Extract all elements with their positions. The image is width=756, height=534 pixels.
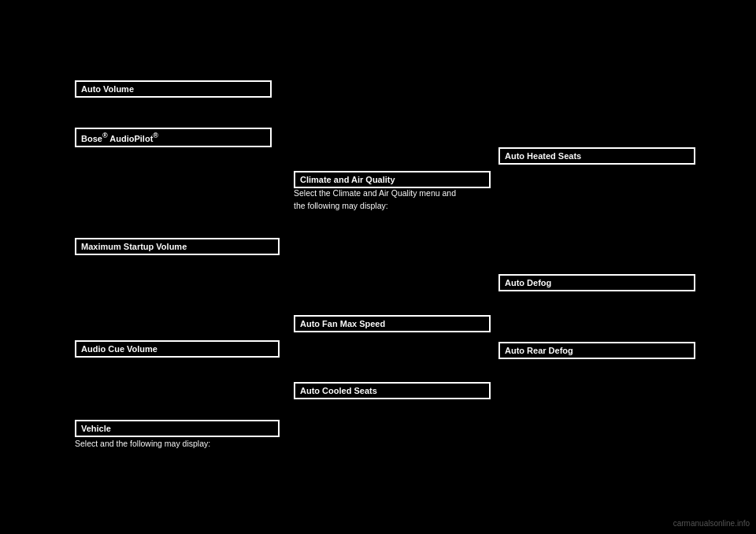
climate-air-quality-label: Climate and Air Quality <box>294 171 491 188</box>
auto-rear-defog-label: Auto Rear Defog <box>498 342 695 359</box>
auto-defog-label: Auto Defog <box>498 274 695 291</box>
auto-cooled-seats-label: Auto Cooled Seats <box>294 382 491 399</box>
vehicle-desc-text: Select and the following may display: <box>75 438 264 451</box>
audio-cue-volume-label: Audio Cue Volume <box>75 340 280 358</box>
bose-audiopilot-label: Bose® AudioPilot® <box>75 128 272 147</box>
vehicle-label: Vehicle <box>75 420 280 437</box>
page: Auto VolumeBose® AudioPilot®Maximum Star… <box>0 0 756 534</box>
watermark: carmanualsonline.info <box>673 519 750 528</box>
maximum-startup-volume-label: Maximum Startup Volume <box>75 238 280 255</box>
auto-heated-seats-label: Auto Heated Seats <box>498 147 695 165</box>
auto-volume-label: Auto Volume <box>75 80 272 98</box>
climate-desc-text: Select the Climate and Air Quality menu … <box>294 187 467 213</box>
auto-fan-max-speed-label: Auto Fan Max Speed <box>294 315 491 332</box>
